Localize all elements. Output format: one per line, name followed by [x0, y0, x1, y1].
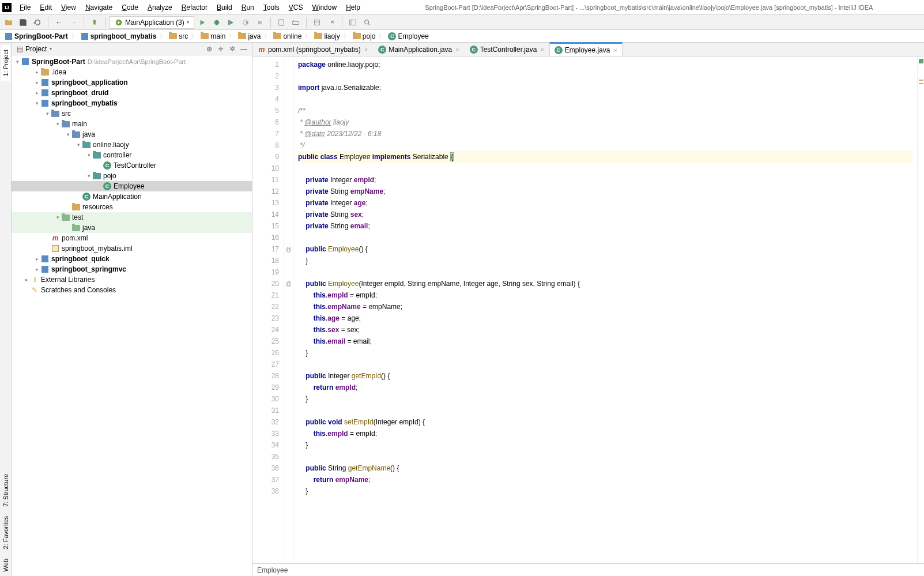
tree-item[interactable]: java — [12, 223, 252, 233]
run-config-selector[interactable]: MainApplication (3) — [110, 16, 194, 29]
tree-item[interactable]: ▾test — [12, 212, 252, 223]
settings-button[interactable] — [325, 16, 338, 29]
project-view-selector[interactable]: Project — [25, 45, 52, 53]
project-panel-header: ▤ Project ⊕ ≑ ✲ — — [12, 43, 252, 55]
titlebar: IJ FileEditViewNavigateCodeAnalyzeRefact… — [0, 0, 924, 15]
hide-icon[interactable]: — — [238, 43, 250, 55]
stop-button[interactable]: ■ — [254, 16, 266, 29]
collapse-icon[interactable]: ≑ — [215, 43, 227, 55]
structure-button[interactable] — [311, 16, 323, 29]
coverage-button[interactable] — [225, 16, 237, 29]
tree-item[interactable]: ▾controller — [12, 150, 252, 160]
open-button[interactable] — [2, 16, 15, 29]
tree-item[interactable]: ▸springboot_druid — [12, 88, 252, 98]
menu-vcs[interactable]: VCS — [284, 2, 308, 13]
close-tab-icon[interactable]: × — [540, 46, 544, 53]
editor-tab[interactable]: mpom.xml (springboot_mybatis)× — [252, 43, 373, 56]
menu-file[interactable]: File — [15, 2, 35, 13]
editor-area: mpom.xml (springboot_mybatis)×CMainAppli… — [252, 43, 924, 576]
refresh-button[interactable] — [31, 16, 44, 29]
left-toolwindow-tabs: 1: Project 7: Structure 2: Favorites Web — [0, 43, 12, 576]
profile-button[interactable] — [239, 16, 252, 29]
editor-body: 1234567891011121314151617181920212223242… — [252, 57, 924, 563]
search-button[interactable] — [361, 16, 374, 29]
tree-item[interactable]: CEmployee — [12, 181, 252, 191]
breadcrumb-item[interactable]: pojo — [350, 32, 378, 41]
build-button[interactable] — [88, 16, 101, 29]
error-stripe[interactable] — [917, 57, 924, 563]
tree-item[interactable]: ▾online.liaojy — [12, 140, 252, 150]
editor-tab[interactable]: CEmployee.java× — [549, 42, 623, 56]
menu-window[interactable]: Window — [307, 2, 341, 13]
toolbar: ← → MainApplication (3) ■ — [0, 15, 924, 30]
menu-run[interactable]: Run — [237, 2, 259, 13]
favorites-toolwindow-tab[interactable]: 2: Favorites — [1, 511, 10, 554]
close-tab-icon[interactable]: × — [455, 46, 459, 53]
tree-item[interactable]: CTestController — [12, 160, 252, 171]
code-editor[interactable]: package online.liaojy.pojo;import java.i… — [293, 57, 917, 563]
save-button[interactable] — [17, 16, 29, 29]
tree-item[interactable]: ▸springboot_application — [12, 77, 252, 88]
menu-tools[interactable]: Tools — [259, 2, 284, 13]
tree-item[interactable]: mpom.xml — [12, 233, 252, 243]
breadcrumb-item[interactable]: main — [198, 32, 228, 41]
back-button[interactable]: ← — [52, 16, 65, 29]
editor-tab[interactable]: CTestController.java× — [465, 43, 549, 56]
tree-item[interactable]: resources — [12, 202, 252, 212]
locate-icon[interactable]: ⊕ — [203, 43, 215, 55]
breadcrumb-item[interactable]: java — [236, 32, 263, 41]
web-toolwindow-tab[interactable]: Web — [1, 554, 10, 576]
menu-analyze[interactable]: Analyze — [143, 2, 177, 13]
svg-rect-5 — [278, 19, 284, 25]
tree-item[interactable]: ▾springboot_mybatis — [12, 98, 252, 108]
tree-item[interactable]: ▸springboot_springmvc — [12, 264, 252, 274]
menu-help[interactable]: Help — [341, 2, 365, 13]
app-logo-icon: IJ — [2, 3, 12, 12]
tree-item[interactable]: ▸⦀External Libraries — [12, 274, 252, 285]
project-view-icon: ▤ — [14, 43, 25, 55]
run-button[interactable] — [196, 16, 209, 29]
editor-breadcrumb: Employee — [252, 563, 924, 576]
breadcrumb-item[interactable]: src — [167, 32, 190, 41]
main-menu: FileEditViewNavigateCodeAnalyzeRefactorB… — [15, 2, 365, 13]
close-tab-icon[interactable]: × — [364, 46, 368, 53]
layout-button[interactable] — [346, 16, 359, 29]
tree-root[interactable]: ▾SpringBoot-PartD:\ideaPorject\Apr\Sprin… — [12, 57, 252, 67]
menu-code[interactable]: Code — [117, 2, 143, 13]
tree-item[interactable]: ▸.idea — [12, 67, 252, 77]
window-title: SpringBoot-Part [D:\ideaPorject\Apr\Spri… — [376, 4, 922, 11]
structure-toolwindow-tab[interactable]: 7: Structure — [1, 469, 10, 511]
tree-item[interactable]: ▾main — [12, 119, 252, 129]
breadcrumb-item[interactable]: springboot_mybatis — [78, 32, 159, 41]
sdk-button[interactable] — [289, 16, 302, 29]
breadcrumb-item[interactable]: CEmployee — [386, 32, 431, 41]
breadcrumb-item[interactable]: online — [271, 32, 304, 41]
svg-rect-6 — [292, 21, 299, 24]
tree-item[interactable]: ▾java — [12, 129, 252, 140]
menu-edit[interactable]: Edit — [35, 2, 56, 13]
menu-navigate[interactable]: Navigate — [81, 2, 117, 13]
svg-point-9 — [364, 20, 368, 24]
line-number-gutter: 1234567891011121314151617181920212223242… — [252, 57, 284, 563]
tree-item[interactable]: springboot_mybatis.iml — [12, 243, 252, 254]
menu-build[interactable]: Build — [212, 2, 237, 13]
tree-item[interactable]: ▾src — [12, 108, 252, 119]
breadcrumb-item[interactable]: SpringBoot-Part — [2, 32, 70, 41]
breadcrumb-item[interactable]: liaojy — [312, 32, 342, 41]
debug-button[interactable] — [210, 16, 223, 29]
tree-item[interactable]: ✎Scratches and Consoles — [12, 285, 252, 295]
tree-item[interactable]: ▸springboot_quick — [12, 254, 252, 264]
close-tab-icon[interactable]: × — [614, 47, 617, 54]
settings-icon[interactable]: ✲ — [227, 43, 238, 55]
tree-item[interactable]: ▾pojo — [12, 171, 252, 181]
editor-tab[interactable]: CMainApplication.java× — [373, 43, 465, 56]
avd-button[interactable] — [275, 16, 288, 29]
tree-item[interactable]: CMainApplication — [12, 191, 252, 202]
menu-refactor[interactable]: Refactor — [177, 2, 212, 13]
project-tree[interactable]: ▾SpringBoot-PartD:\ideaPorject\Apr\Sprin… — [12, 55, 252, 576]
project-toolwindow-tab[interactable]: 1: Project — [1, 45, 10, 81]
svg-rect-3 — [228, 20, 229, 25]
gutter-marks: @@ — [284, 57, 293, 563]
forward-button[interactable]: → — [67, 16, 80, 29]
menu-view[interactable]: View — [56, 2, 81, 13]
